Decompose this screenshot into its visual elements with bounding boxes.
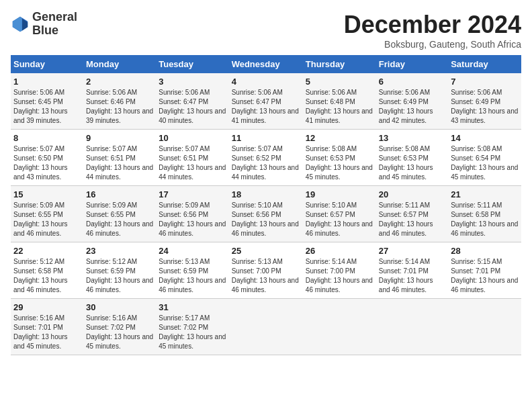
- calendar-cell: 10 Sunrise: 5:07 AMSunset: 6:51 PMDaylig…: [156, 130, 228, 186]
- day-number: 24: [159, 246, 226, 256]
- logo-icon: [11, 15, 30, 34]
- calendar-cell: 7 Sunrise: 5:06 AMSunset: 6:49 PMDayligh…: [448, 73, 521, 130]
- weekday-header: Saturday: [448, 55, 521, 73]
- svg-marker-2: [13, 17, 22, 32]
- day-info: Sunrise: 5:13 AMSunset: 7:00 PMDaylight:…: [232, 258, 299, 293]
- month-title: December 2024: [344, 11, 521, 39]
- weekday-header: Friday: [376, 55, 448, 73]
- day-number: 5: [306, 77, 373, 87]
- day-number: 3: [159, 77, 226, 87]
- day-number: 29: [13, 302, 81, 312]
- day-info: Sunrise: 5:06 AMSunset: 6:47 PMDaylight:…: [232, 89, 299, 124]
- day-number: 8: [13, 133, 81, 143]
- day-info: Sunrise: 5:13 AMSunset: 6:59 PMDaylight:…: [159, 258, 226, 293]
- calendar-week-row: 8 Sunrise: 5:07 AMSunset: 6:50 PMDayligh…: [11, 130, 521, 186]
- day-number: 12: [306, 133, 373, 143]
- calendar-cell: 26 Sunrise: 5:14 AMSunset: 7:00 PMDaylig…: [303, 242, 376, 299]
- day-info: Sunrise: 5:07 AMSunset: 6:51 PMDaylight:…: [86, 145, 153, 181]
- calendar-cell: 23 Sunrise: 5:12 AMSunset: 6:59 PMDaylig…: [83, 242, 156, 299]
- calendar-cell: 1 Sunrise: 5:06 AMSunset: 6:45 PMDayligh…: [11, 73, 83, 130]
- calendar-week-row: 22 Sunrise: 5:12 AMSunset: 6:58 PMDaylig…: [11, 242, 521, 299]
- day-info: Sunrise: 5:06 AMSunset: 6:47 PMDaylight:…: [159, 89, 226, 124]
- weekday-header: Thursday: [303, 55, 376, 73]
- day-info: Sunrise: 5:10 AMSunset: 6:57 PMDaylight:…: [306, 201, 373, 237]
- calendar-cell: 17 Sunrise: 5:09 AMSunset: 6:56 PMDaylig…: [156, 186, 228, 242]
- day-info: Sunrise: 5:07 AMSunset: 6:51 PMDaylight:…: [159, 145, 226, 181]
- calendar-cell: 8 Sunrise: 5:07 AMSunset: 6:50 PMDayligh…: [11, 130, 83, 186]
- day-number: 14: [451, 133, 519, 143]
- day-info: Sunrise: 5:16 AMSunset: 7:02 PMDaylight:…: [86, 314, 153, 350]
- calendar-cell: 25 Sunrise: 5:13 AMSunset: 7:00 PMDaylig…: [229, 242, 303, 299]
- calendar-cell: 5 Sunrise: 5:06 AMSunset: 6:48 PMDayligh…: [303, 73, 376, 130]
- day-number: 2: [86, 77, 153, 87]
- calendar-cell: 6 Sunrise: 5:06 AMSunset: 6:49 PMDayligh…: [376, 73, 448, 130]
- day-info: Sunrise: 5:17 AMSunset: 7:02 PMDaylight:…: [159, 314, 226, 350]
- day-info: Sunrise: 5:09 AMSunset: 6:56 PMDaylight:…: [159, 201, 226, 237]
- day-info: Sunrise: 5:14 AMSunset: 7:00 PMDaylight:…: [306, 258, 373, 293]
- day-number: 4: [232, 77, 300, 87]
- day-info: Sunrise: 5:06 AMSunset: 6:45 PMDaylight:…: [13, 89, 68, 124]
- day-number: 17: [159, 189, 226, 199]
- calendar-cell: 31 Sunrise: 5:17 AMSunset: 7:02 PMDaylig…: [156, 299, 228, 355]
- weekday-header: Monday: [83, 55, 156, 73]
- calendar-cell: 27 Sunrise: 5:14 AMSunset: 7:01 PMDaylig…: [376, 242, 448, 299]
- day-number: 23: [86, 246, 153, 256]
- day-info: Sunrise: 5:11 AMSunset: 6:57 PMDaylight:…: [379, 201, 433, 237]
- day-number: 31: [159, 302, 226, 312]
- calendar-cell: [448, 299, 521, 355]
- day-number: 15: [13, 189, 81, 199]
- day-number: 7: [451, 77, 519, 87]
- day-info: Sunrise: 5:14 AMSunset: 7:01 PMDaylight:…: [379, 258, 433, 293]
- calendar-week-row: 29 Sunrise: 5:16 AMSunset: 7:01 PMDaylig…: [11, 299, 521, 355]
- calendar-cell: 28 Sunrise: 5:15 AMSunset: 7:01 PMDaylig…: [448, 242, 521, 299]
- calendar-cell: 14 Sunrise: 5:08 AMSunset: 6:54 PMDaylig…: [448, 130, 521, 186]
- day-info: Sunrise: 5:06 AMSunset: 6:46 PMDaylight:…: [86, 89, 153, 124]
- calendar-cell: 24 Sunrise: 5:13 AMSunset: 6:59 PMDaylig…: [156, 242, 228, 299]
- day-number: 20: [379, 189, 445, 199]
- calendar-table: SundayMondayTuesdayWednesdayThursdayFrid…: [11, 55, 521, 355]
- header: General Blue December 2024 Boksburg, Gau…: [11, 11, 521, 50]
- calendar-cell: 3 Sunrise: 5:06 AMSunset: 6:47 PMDayligh…: [156, 73, 228, 130]
- calendar-cell: 4 Sunrise: 5:06 AMSunset: 6:47 PMDayligh…: [229, 73, 303, 130]
- day-info: Sunrise: 5:12 AMSunset: 6:58 PMDaylight:…: [13, 258, 68, 293]
- location-subtitle: Boksburg, Gauteng, South Africa: [344, 39, 521, 50]
- calendar-cell: 16 Sunrise: 5:09 AMSunset: 6:55 PMDaylig…: [83, 186, 156, 242]
- day-number: 28: [451, 246, 519, 256]
- calendar-cell: 21 Sunrise: 5:11 AMSunset: 6:58 PMDaylig…: [448, 186, 521, 242]
- day-info: Sunrise: 5:11 AMSunset: 6:58 PMDaylight:…: [451, 201, 518, 237]
- calendar-cell: 11 Sunrise: 5:07 AMSunset: 6:52 PMDaylig…: [229, 130, 303, 186]
- calendar-cell: 30 Sunrise: 5:16 AMSunset: 7:02 PMDaylig…: [83, 299, 156, 355]
- day-info: Sunrise: 5:08 AMSunset: 6:53 PMDaylight:…: [379, 145, 433, 181]
- day-number: 13: [379, 133, 445, 143]
- day-number: 6: [379, 77, 445, 87]
- calendar-cell: 19 Sunrise: 5:10 AMSunset: 6:57 PMDaylig…: [303, 186, 376, 242]
- calendar-cell: 18 Sunrise: 5:10 AMSunset: 6:56 PMDaylig…: [229, 186, 303, 242]
- day-info: Sunrise: 5:09 AMSunset: 6:55 PMDaylight:…: [86, 201, 153, 237]
- logo-text: General Blue: [32, 11, 77, 38]
- calendar-cell: 9 Sunrise: 5:07 AMSunset: 6:51 PMDayligh…: [83, 130, 156, 186]
- day-number: 11: [232, 133, 300, 143]
- calendar-week-row: 15 Sunrise: 5:09 AMSunset: 6:55 PMDaylig…: [11, 186, 521, 242]
- day-info: Sunrise: 5:06 AMSunset: 6:48 PMDaylight:…: [306, 89, 373, 124]
- day-number: 16: [86, 189, 153, 199]
- day-info: Sunrise: 5:07 AMSunset: 6:52 PMDaylight:…: [232, 145, 299, 181]
- day-info: Sunrise: 5:06 AMSunset: 6:49 PMDaylight:…: [451, 89, 518, 124]
- calendar-cell: 20 Sunrise: 5:11 AMSunset: 6:57 PMDaylig…: [376, 186, 448, 242]
- day-number: 22: [13, 246, 81, 256]
- calendar-cell: 22 Sunrise: 5:12 AMSunset: 6:58 PMDaylig…: [11, 242, 83, 299]
- day-number: 25: [232, 246, 300, 256]
- calendar-cell: 15 Sunrise: 5:09 AMSunset: 6:55 PMDaylig…: [11, 186, 83, 242]
- weekday-header: Sunday: [11, 55, 83, 73]
- day-info: Sunrise: 5:06 AMSunset: 6:49 PMDaylight:…: [379, 89, 433, 124]
- logo: General Blue: [11, 11, 77, 38]
- day-info: Sunrise: 5:08 AMSunset: 6:53 PMDaylight:…: [306, 145, 373, 181]
- title-area: December 2024 Boksburg, Gauteng, South A…: [344, 11, 521, 50]
- day-number: 27: [379, 246, 445, 256]
- calendar-cell: [229, 299, 303, 355]
- calendar-cell: [376, 299, 448, 355]
- calendar-cell: 13 Sunrise: 5:08 AMSunset: 6:53 PMDaylig…: [376, 130, 448, 186]
- calendar-week-row: 1 Sunrise: 5:06 AMSunset: 6:45 PMDayligh…: [11, 73, 521, 130]
- day-info: Sunrise: 5:12 AMSunset: 6:59 PMDaylight:…: [86, 258, 153, 293]
- day-info: Sunrise: 5:15 AMSunset: 7:01 PMDaylight:…: [451, 258, 518, 293]
- day-info: Sunrise: 5:07 AMSunset: 6:50 PMDaylight:…: [13, 145, 68, 181]
